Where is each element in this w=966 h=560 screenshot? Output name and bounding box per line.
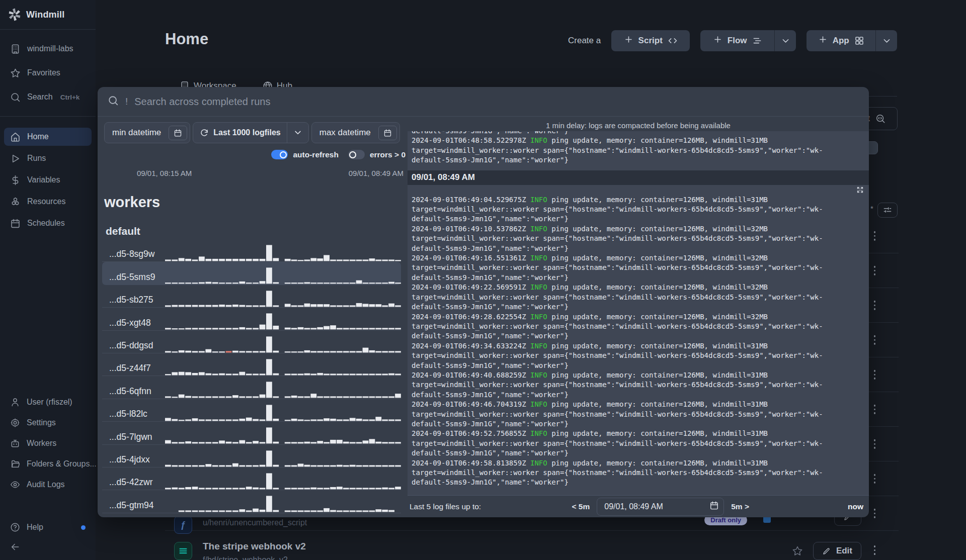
kebab-menu-icon[interactable] (874, 405, 876, 414)
sidebar-item-label: Schedules (27, 219, 65, 228)
now-button[interactable]: now (848, 502, 863, 511)
sidebar-item-label: Settings (27, 418, 56, 427)
auto-refresh-toggle[interactable] (271, 150, 288, 159)
search-icon (10, 92, 21, 103)
worker-row[interactable]: ...d5-sb275 (102, 285, 401, 308)
log-entry: 2024-09-01T06:49:46.704319Z INFO ping up… (412, 400, 856, 429)
create-flow-group: Flow (700, 30, 796, 51)
list-item-stripe-webhook[interactable]: The stripe webhook v2f/bd/stripe_webhook… (165, 531, 899, 560)
sidebar-item-help[interactable]: Help (4, 519, 92, 536)
sidebar-item-folders-groups[interactable]: Folders & Groups... (4, 455, 92, 473)
calendar-icon (709, 501, 719, 510)
sidebar-item-workspace[interactable]: windmill-labs (4, 40, 92, 58)
kebab-menu-icon[interactable] (874, 370, 876, 380)
windmill-pinwheel-icon (8, 8, 22, 22)
favorite-star-icon[interactable] (792, 545, 803, 558)
log-footer-label: Last 5 log files up to: (410, 502, 481, 511)
prev-5m-button[interactable]: < 5m (572, 502, 590, 511)
calendar-icon-box[interactable] (169, 126, 187, 140)
calendar-icon-box[interactable] (378, 126, 397, 140)
worker-row[interactable]: ...d5-l82lc (102, 399, 401, 422)
sliders-icon (882, 205, 893, 215)
kebab-menu-icon[interactable] (874, 509, 876, 518)
min-datetime-picker[interactable]: min datetime (104, 122, 190, 143)
expand-icon[interactable] (856, 186, 864, 196)
create-script-group: Script (611, 30, 690, 51)
brand-name: Windmill (26, 10, 64, 20)
worker-row[interactable]: ...d5-ddgsd (102, 331, 401, 353)
modal-search-bar[interactable]: ! Search across completed runs (98, 87, 869, 117)
pencil-icon (822, 546, 831, 555)
create-label: Create a (568, 36, 601, 46)
sidebar-item-settings[interactable]: Settings (4, 414, 92, 431)
calendar-icon (174, 129, 182, 137)
log-toolbar-row (412, 185, 856, 195)
worker-row[interactable]: ...d5-z44f7 (102, 353, 401, 376)
sidebar: Windmillwindmill-labsFavoritesSearchCtrl… (0, 0, 96, 560)
worker-row[interactable]: ...d5-xgt48 (102, 308, 401, 330)
sidebar-item-schedules[interactable]: Schedules (4, 214, 92, 232)
sidebar-item-audit-logs[interactable]: Audit Logs (4, 476, 92, 493)
worker-row[interactable]: ...d5-6qfnn (102, 376, 401, 399)
sidebar-item-workers[interactable]: Workers (4, 435, 92, 452)
page-title: Home (165, 30, 208, 48)
next-5m-button[interactable]: 5m > (731, 502, 749, 511)
worker-row[interactable]: ...d5-5sms9 (102, 262, 401, 285)
worker-row[interactable]: ...d5-8sg9w (102, 239, 401, 262)
kebab-menu-icon[interactable] (874, 545, 876, 555)
windmill-logo[interactable]: Windmill (0, 0, 96, 29)
log-entry: 2024-09-01T06:49:52.756855Z INFO ping up… (412, 429, 856, 458)
collapse-sidebar-button[interactable] (4, 538, 92, 555)
edit-button[interactable]: Edit (813, 542, 861, 560)
log-level-info: INFO (530, 225, 547, 233)
sidebar-item-runs[interactable]: Runs (4, 149, 92, 167)
sidebar-item-favorites[interactable]: Favorites (4, 64, 92, 82)
gear-icon (10, 418, 20, 428)
log-entry: 2024-09-01T06:49:34.633224Z INFO ping up… (412, 341, 856, 370)
worker-row[interactable]: ...d5-42zwr (102, 468, 401, 490)
worker-row[interactable]: ...d5-gtm94 (102, 490, 401, 513)
min-datetime-label: min datetime (105, 128, 169, 138)
log-level-info: INFO (530, 371, 547, 379)
logfiles-select[interactable]: Last 1000 logfiles (193, 122, 308, 143)
create-script-button[interactable]: Script (611, 30, 690, 51)
max-datetime-picker[interactable]: max datetime (311, 122, 400, 143)
create-app-button[interactable]: App (807, 30, 875, 51)
kebab-menu-icon[interactable] (874, 474, 876, 484)
kebab-menu-icon[interactable] (874, 301, 876, 310)
kebab-menu-icon[interactable] (874, 266, 876, 275)
worker-row[interactable]: ...d5-7lgwn (102, 422, 401, 444)
clipped-log-line: default-5sms9-Jmn1G","name":"worker"} (412, 131, 856, 136)
filter-button[interactable] (877, 203, 898, 218)
sidebar-item-search[interactable]: SearchCtrl+k (4, 88, 92, 106)
chevron-down-icon (781, 36, 790, 46)
sidebar-item-user-rfiszel[interactable]: User (rfiszel) (4, 394, 92, 411)
worker-log-sparkline (102, 307, 401, 330)
worker-log-sparkline (102, 421, 401, 444)
errors-toggle[interactable] (348, 150, 365, 159)
log-level-info: INFO (530, 400, 547, 408)
sidebar-item-resources[interactable]: Resources (4, 193, 92, 211)
log-datetime-picker[interactable]: 09/01, 08:49 AM (597, 498, 724, 516)
kebab-menu-icon[interactable] (874, 231, 876, 241)
logfiles-dropdown[interactable] (287, 128, 308, 137)
log-level-info: INFO (530, 254, 547, 262)
worker-row[interactable]: ...d5-4jdxx (102, 445, 401, 468)
log-notice: 1 min delay: logs are compacted before b… (408, 117, 869, 131)
sidebar-item-label: User (rfiszel) (27, 398, 72, 407)
axis-start-time: 09/01, 08:15 AM (137, 169, 192, 177)
create-flow-button[interactable]: Flow (700, 30, 774, 51)
sidebar-item-variables[interactable]: Variables (4, 171, 92, 189)
create-flow-dropdown[interactable] (774, 30, 796, 51)
kebab-menu-icon[interactable] (874, 439, 876, 449)
sidebar-item-label: Help (27, 523, 43, 532)
log-entry: 2024-09-01T06:48:58.522978Z INFO ping up… (412, 136, 856, 165)
create-app-dropdown[interactable] (875, 30, 897, 51)
calendar-icon (10, 218, 21, 229)
item-path: u/henri/unencumbered_script (203, 518, 307, 527)
sidebar-item-home[interactable]: Home (4, 128, 92, 146)
log-view[interactable]: default-5sms9-Jmn1G","name":"worker"}202… (408, 131, 869, 495)
kebab-menu-icon[interactable] (874, 335, 876, 345)
search-icon (108, 95, 119, 109)
worker-log-sparkline (102, 330, 401, 353)
